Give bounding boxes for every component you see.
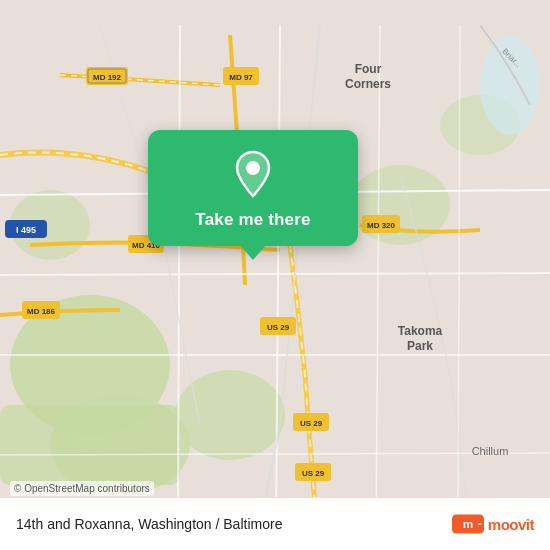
- moovit-text: moovit: [488, 516, 534, 533]
- svg-text:Takoma: Takoma: [398, 324, 443, 338]
- svg-text:MD 97: MD 97: [229, 73, 253, 82]
- popup-card[interactable]: Take me there: [148, 130, 358, 246]
- svg-text:Park: Park: [407, 339, 433, 353]
- svg-text:MD 320: MD 320: [367, 221, 396, 230]
- map-pin-icon: [227, 148, 279, 200]
- svg-text:MD 192: MD 192: [93, 73, 122, 82]
- svg-text:US 29: US 29: [302, 469, 325, 478]
- svg-text:US 29: US 29: [300, 419, 323, 428]
- osm-credit: © OpenStreetMap contributors: [10, 481, 154, 496]
- location-label: 14th and Roxanna, Washington / Baltimore: [16, 516, 282, 532]
- map-background: I 495 MD 192 MD 97 MD 410 MD 186 MD 320 …: [0, 0, 550, 550]
- take-me-there-button[interactable]: Take me there: [195, 210, 310, 230]
- svg-text:I 495: I 495: [16, 225, 36, 235]
- map-container: I 495 MD 192 MD 97 MD 410 MD 186 MD 320 …: [0, 0, 550, 550]
- svg-text:MD 186: MD 186: [27, 307, 56, 316]
- svg-text:Corners: Corners: [345, 77, 391, 91]
- svg-text:Chillum: Chillum: [472, 445, 509, 457]
- svg-rect-6: [0, 405, 180, 485]
- svg-text:US 29: US 29: [267, 323, 290, 332]
- svg-text:Four: Four: [355, 62, 382, 76]
- bottom-bar: 14th and Roxanna, Washington / Baltimore…: [0, 497, 550, 550]
- moovit-icon: m: [452, 508, 484, 540]
- svg-point-42: [246, 161, 260, 175]
- svg-text:m: m: [463, 517, 473, 530]
- location-icon-wrap: [227, 148, 279, 200]
- moovit-logo: m moovit: [452, 508, 534, 540]
